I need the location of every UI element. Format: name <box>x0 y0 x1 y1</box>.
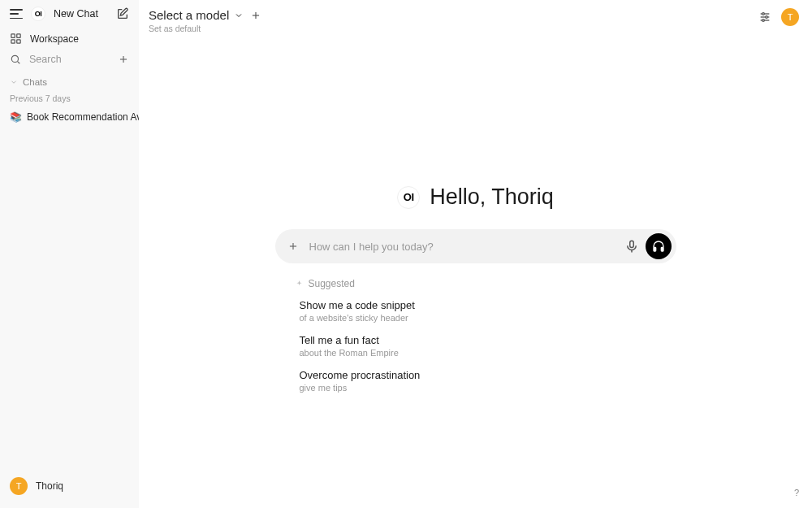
attach-button[interactable] <box>283 237 303 256</box>
search-row[interactable] <box>0 50 139 69</box>
user-name: Thoriq <box>36 480 63 492</box>
microphone-icon[interactable] <box>624 239 639 254</box>
suggestions: Suggested Show me a code snippet of a we… <box>275 278 676 404</box>
compose-icon[interactable] <box>116 7 129 20</box>
new-chat-label[interactable]: New Chat <box>54 8 98 20</box>
svg-rect-20 <box>654 247 656 251</box>
suggestion-item[interactable]: Tell me a fun fact about the Roman Empir… <box>295 334 676 358</box>
suggestion-sub: of a website's sticky header <box>300 313 676 323</box>
headphones-icon <box>652 240 665 253</box>
app-logo: OI <box>31 7 45 21</box>
svg-rect-18 <box>629 241 633 247</box>
set-default-link[interactable]: Set as default <box>149 24 261 33</box>
user-avatar-top[interactable]: T <box>781 8 799 26</box>
chat-emoji: 📚 <box>10 111 22 123</box>
chats-section-label[interactable]: Chats <box>0 69 139 90</box>
sidebar-item-workspace[interactable]: Workspace <box>0 28 139 50</box>
svg-rect-0 <box>11 34 15 37</box>
sidebar: OI New Chat Workspace <box>0 0 139 508</box>
suggestion-title: Show me a code snippet <box>300 299 676 311</box>
workspace-icon <box>10 33 22 45</box>
suggestion-item[interactable]: Show me a code snippet of a website's st… <box>295 299 676 323</box>
model-select-label: Select a model <box>149 8 229 22</box>
chat-title: Book Recommendation Available <box>27 111 139 123</box>
svg-rect-3 <box>17 40 20 43</box>
suggestion-item[interactable]: Overcome procrastination give me tips <box>295 369 676 393</box>
suggestion-title: Tell me a fun fact <box>300 334 676 346</box>
workspace-label: Workspace <box>30 33 79 45</box>
menu-icon[interactable] <box>10 9 23 19</box>
model-select[interactable]: Select a model <box>149 8 244 22</box>
plus-icon[interactable] <box>118 54 129 65</box>
time-group-label: Previous 7 days <box>0 90 139 106</box>
greeting: OI Hello, Thoriq <box>397 185 554 210</box>
composer <box>275 229 676 263</box>
svg-point-13 <box>766 16 768 19</box>
plus-icon <box>287 241 299 252</box>
search-input[interactable] <box>29 54 110 65</box>
sidebar-footer[interactable]: T Thoriq <box>0 467 139 508</box>
svg-rect-21 <box>661 247 663 251</box>
chat-item[interactable]: 📚 Book Recommendation Available <box>0 106 139 128</box>
app-logo-large: OI <box>397 186 420 209</box>
svg-line-5 <box>18 62 20 64</box>
add-model-icon[interactable] <box>250 10 261 21</box>
settings-icon[interactable] <box>758 11 771 24</box>
svg-point-15 <box>762 20 765 22</box>
search-icon <box>10 54 21 65</box>
voice-button[interactable] <box>646 233 672 259</box>
user-avatar: T <box>10 477 28 495</box>
topbar: Select a model Set as default <box>139 0 812 33</box>
chats-label: Chats <box>23 77 47 87</box>
sparkle-icon <box>295 280 304 289</box>
prompt-input[interactable] <box>309 241 618 253</box>
help-button[interactable]: ? <box>789 485 804 500</box>
suggestion-title: Overcome procrastination <box>300 369 676 381</box>
chevron-down-icon <box>234 11 244 20</box>
suggested-text: Suggested <box>309 278 355 289</box>
svg-point-4 <box>11 55 18 62</box>
suggestion-sub: about the Roman Empire <box>300 348 676 358</box>
svg-rect-1 <box>17 34 20 37</box>
chevron-down-icon <box>10 78 18 86</box>
svg-point-11 <box>762 13 765 15</box>
suggestion-sub: give me tips <box>300 383 676 393</box>
main-area: Select a model Set as default <box>139 0 812 508</box>
greeting-text: Hello, Thoriq <box>430 185 554 210</box>
svg-rect-2 <box>11 40 15 43</box>
suggested-label: Suggested <box>295 278 676 289</box>
